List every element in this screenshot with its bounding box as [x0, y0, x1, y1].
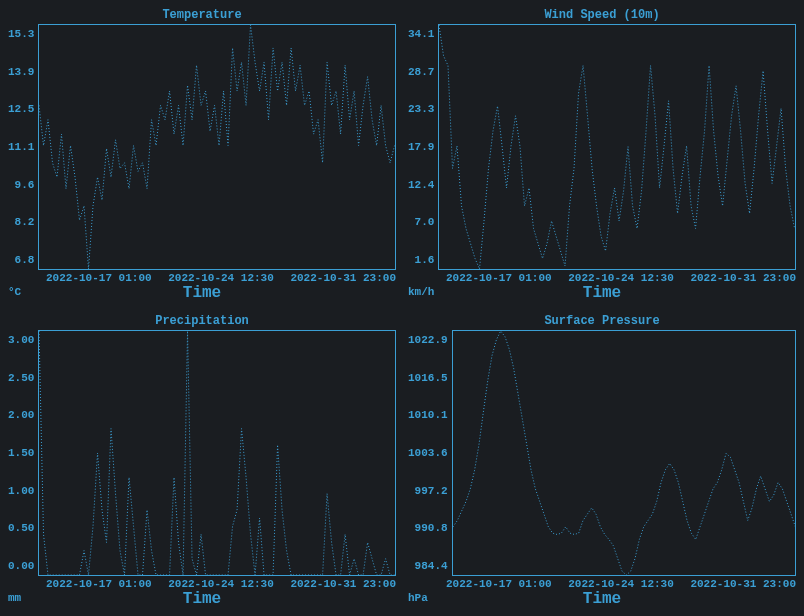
unit-label: °C	[8, 286, 46, 302]
unit-label: mm	[8, 592, 46, 608]
chart-title: Wind Speed (10m)	[408, 8, 796, 22]
x-axis: 2022-10-17 01:002022-10-24 12:302022-10-…	[8, 578, 396, 590]
plot-area	[38, 330, 396, 576]
x-label: Time	[46, 284, 358, 302]
chart-title: Surface Pressure	[408, 314, 796, 328]
y-tick: 34.1	[408, 28, 434, 40]
y-tick: 12.4	[408, 179, 434, 191]
panel-wind: Wind Speed (10m) 34.128.723.317.912.47.0…	[408, 8, 796, 302]
data-series	[39, 331, 395, 575]
y-tick: 28.7	[408, 66, 434, 78]
chart-grid: Temperature 15.313.912.511.19.68.26.8 20…	[8, 8, 796, 608]
y-tick: 8.2	[15, 216, 35, 228]
x-tick: 2022-10-17 01:00	[46, 272, 152, 284]
x-axis: 2022-10-17 01:002022-10-24 12:302022-10-…	[408, 578, 796, 590]
x-label: Time	[446, 284, 758, 302]
x-tick: 2022-10-24 12:30	[168, 272, 274, 284]
x-tick: 2022-10-24 12:30	[568, 578, 674, 590]
x-tick: 2022-10-31 23:00	[690, 272, 796, 284]
x-axis: 2022-10-17 01:002022-10-24 12:302022-10-…	[408, 272, 796, 284]
y-tick: 1016.5	[408, 372, 448, 384]
x-axis: 2022-10-17 01:002022-10-24 12:302022-10-…	[8, 272, 396, 284]
panel-temperature: Temperature 15.313.912.511.19.68.26.8 20…	[8, 8, 396, 302]
panel-pressure: Surface Pressure 1022.91016.51010.11003.…	[408, 314, 796, 608]
plot-area	[438, 24, 796, 270]
unit-label: hPa	[408, 592, 446, 608]
y-tick: 15.3	[8, 28, 34, 40]
data-series	[439, 25, 795, 269]
data-series	[39, 25, 395, 269]
y-axis: 15.313.912.511.19.68.26.8	[8, 24, 38, 270]
y-tick: 984.4	[415, 560, 448, 572]
y-tick: 1022.9	[408, 334, 448, 346]
x-tick: 2022-10-17 01:00	[446, 272, 552, 284]
y-tick: 3.00	[8, 334, 34, 346]
y-tick: 6.8	[15, 254, 35, 266]
y-axis: 3.002.502.001.501.000.500.00	[8, 330, 38, 576]
y-tick: 990.8	[415, 522, 448, 534]
y-tick: 23.3	[408, 103, 434, 115]
x-label: Time	[446, 590, 758, 608]
y-tick: 17.9	[408, 141, 434, 153]
y-tick: 1.50	[8, 447, 34, 459]
y-tick: 0.00	[8, 560, 34, 572]
panel-precip: Precipitation 3.002.502.001.501.000.500.…	[8, 314, 396, 608]
y-tick: 1.6	[415, 254, 435, 266]
y-axis: 1022.91016.51010.11003.6997.2990.8984.4	[408, 330, 452, 576]
y-tick: 2.50	[8, 372, 34, 384]
x-tick: 2022-10-31 23:00	[290, 578, 396, 590]
y-tick: 11.1	[8, 141, 34, 153]
y-tick: 997.2	[415, 485, 448, 497]
data-series	[453, 331, 795, 575]
y-tick: 12.5	[8, 103, 34, 115]
plot-area	[452, 330, 796, 576]
chart-title: Precipitation	[8, 314, 396, 328]
y-tick: 2.00	[8, 409, 34, 421]
x-tick: 2022-10-17 01:00	[46, 578, 152, 590]
y-tick: 0.50	[8, 522, 34, 534]
plot-area	[38, 24, 396, 270]
y-tick: 13.9	[8, 66, 34, 78]
x-label: Time	[46, 590, 358, 608]
x-tick: 2022-10-31 23:00	[690, 578, 796, 590]
y-tick: 9.6	[15, 179, 35, 191]
y-tick: 7.0	[415, 216, 435, 228]
y-axis: 34.128.723.317.912.47.01.6	[408, 24, 438, 270]
x-tick: 2022-10-24 12:30	[568, 272, 674, 284]
y-tick: 1010.1	[408, 409, 448, 421]
x-tick: 2022-10-24 12:30	[168, 578, 274, 590]
unit-label: km/h	[408, 286, 446, 302]
x-tick: 2022-10-31 23:00	[290, 272, 396, 284]
y-tick: 1003.6	[408, 447, 448, 459]
y-tick: 1.00	[8, 485, 34, 497]
x-tick: 2022-10-17 01:00	[446, 578, 552, 590]
chart-title: Temperature	[8, 8, 396, 22]
